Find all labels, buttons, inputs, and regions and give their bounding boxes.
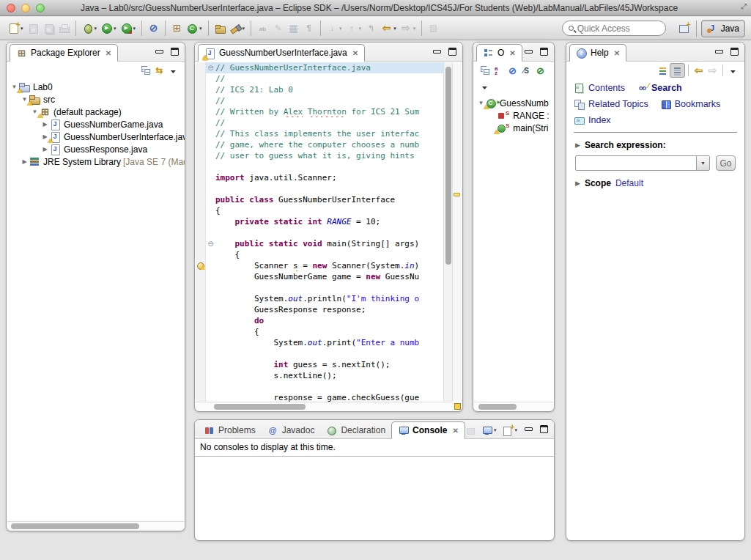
- tab-problems[interactable]: Problems: [198, 421, 262, 439]
- show-categories-button[interactable]: [656, 63, 670, 78]
- code-line[interactable]: //: [196, 117, 452, 128]
- show-descriptions-button[interactable]: [670, 63, 685, 78]
- code-line[interactable]: [196, 348, 452, 359]
- sort-button[interactable]: [492, 63, 506, 78]
- tree-item[interactable]: ▶GuessResponse.java: [7, 143, 185, 155]
- maximize-view-icon[interactable]: [540, 425, 548, 433]
- code-line[interactable]: ⊖// GuessNumberUserInterface.java: [196, 62, 452, 73]
- forward-button[interactable]: [706, 63, 719, 78]
- horizontal-scrollbar[interactable]: [7, 521, 184, 530]
- code-line[interactable]: GuessNumberGame game = new GuessNu: [196, 271, 452, 282]
- code-line[interactable]: // game, where the computer chooses a nu…: [196, 139, 452, 150]
- tree-item[interactable]: ▼(default package): [7, 106, 185, 118]
- horizontal-scrollbar[interactable]: [474, 402, 553, 410]
- code-editor[interactable]: ⊖// GuessNumberUserInterface.java//// IC…: [196, 62, 452, 402]
- chevron-right-icon[interactable]: ▶: [575, 141, 580, 149]
- format-button[interactable]: [270, 20, 286, 37]
- quick-access-box[interactable]: [562, 21, 666, 36]
- help-link-search[interactable]: Search: [637, 82, 682, 93]
- java-perspective-button[interactable]: Java: [701, 20, 745, 37]
- view-menu-button[interactable]: [726, 63, 740, 78]
- open-perspective-button[interactable]: [676, 20, 692, 37]
- save-all-button[interactable]: [41, 20, 56, 37]
- dropdown-caret-icon[interactable]: ▾: [393, 26, 396, 32]
- tree-item[interactable]: ▼Lab0: [7, 81, 185, 93]
- run-button[interactable]: ▾: [99, 20, 119, 37]
- print-button[interactable]: [56, 20, 72, 37]
- help-link-index[interactable]: Index: [574, 114, 611, 125]
- dropdown-caret-icon[interactable]: ▾: [359, 26, 362, 32]
- tab-javadoc[interactable]: Javadoc: [262, 421, 321, 439]
- code-line[interactable]: [196, 161, 452, 172]
- hide-non-public-button[interactable]: [533, 63, 547, 78]
- dropdown-caret-icon[interactable]: ▾: [21, 26, 23, 32]
- run-external-button[interactable]: ▾: [119, 20, 138, 37]
- warning-marker-icon[interactable]: [454, 193, 460, 196]
- new-wizard-button[interactable]: ▾: [6, 20, 26, 37]
- code-line[interactable]: Scanner s = new Scanner(System.in): [196, 260, 452, 271]
- expander-closed-icon[interactable]: ▶: [40, 146, 50, 152]
- combo-dropdown-icon[interactable]: ▼: [696, 156, 709, 170]
- help-link-contents[interactable]: Contents: [574, 82, 625, 93]
- close-window-button[interactable]: [7, 4, 15, 12]
- dropdown-caret-icon[interactable]: ▾: [133, 26, 136, 32]
- tab-console[interactable]: Console✕: [391, 421, 465, 439]
- resize-icon[interactable]: ⤢: [741, 2, 747, 11]
- externalize-strings-button[interactable]: [255, 20, 270, 37]
- show-whitespace-button[interactable]: [301, 20, 317, 37]
- previous-annotation-button[interactable]: ▾: [344, 20, 364, 37]
- tab-help[interactable]: Help ✕: [569, 44, 626, 62]
- open-element-button[interactable]: [212, 20, 228, 37]
- dropdown-caret-icon[interactable]: ▾: [339, 26, 342, 32]
- hide-static-button[interactable]: [519, 63, 533, 78]
- code-line[interactable]: [196, 183, 452, 194]
- code-line[interactable]: import java.util.Scanner;: [196, 172, 452, 183]
- maximize-view-icon[interactable]: [730, 48, 739, 56]
- close-icon[interactable]: ✕: [106, 49, 111, 57]
- new-class-button[interactable]: ▾: [185, 20, 204, 37]
- fold-collapse-icon[interactable]: ⊖: [206, 238, 215, 249]
- dropdown-caret-icon[interactable]: ▾: [413, 26, 416, 32]
- expander-closed-icon[interactable]: ▶: [40, 121, 50, 128]
- go-button[interactable]: Go: [716, 155, 736, 171]
- scrollbar-thumb[interactable]: [11, 523, 139, 529]
- zoom-window-button[interactable]: [36, 4, 45, 12]
- view-menu-button[interactable]: [478, 79, 492, 94]
- search-button[interactable]: ▾: [228, 20, 248, 37]
- code-line[interactable]: {: [196, 326, 452, 337]
- tree-item[interactable]: ▶JRE System Library[Java SE 7 (Mac: [7, 155, 185, 168]
- hide-fields-button[interactable]: [506, 63, 519, 78]
- minimize-view-icon[interactable]: [525, 427, 533, 431]
- dropdown-caret-icon[interactable]: ▾: [95, 26, 97, 32]
- close-icon[interactable]: ✕: [452, 427, 458, 435]
- code-line[interactable]: public class GuessNumberUserInterface: [196, 194, 452, 205]
- search-expression-input[interactable]: [576, 156, 696, 170]
- tab-editor-file[interactable]: GuessNumberUserInterface.java ✕: [198, 44, 365, 62]
- code-line[interactable]: response = game.checkGuess(gue: [196, 392, 452, 402]
- minimize-view-icon[interactable]: [433, 50, 441, 54]
- maximize-view-icon[interactable]: [448, 48, 456, 56]
- save-button[interactable]: [26, 20, 41, 37]
- minimize-window-button[interactable]: [21, 4, 30, 12]
- tab-outline[interactable]: O ✕: [476, 44, 522, 62]
- display-console-button[interactable]: ▾: [480, 423, 498, 438]
- horizontal-scrollbar[interactable]: [196, 402, 452, 410]
- code-line[interactable]: // user to guess what it is, giving hint…: [196, 150, 452, 161]
- code-line[interactable]: {: [196, 205, 452, 216]
- code-line[interactable]: //: [196, 73, 452, 84]
- code-line[interactable]: {: [196, 249, 452, 260]
- scope-value-link[interactable]: Default: [615, 178, 643, 188]
- vertical-scrollbar[interactable]: [443, 62, 452, 402]
- close-icon[interactable]: ✕: [614, 49, 620, 57]
- maximize-view-icon[interactable]: [171, 48, 179, 56]
- minimize-view-icon[interactable]: [525, 50, 533, 54]
- code-line[interactable]: // Written by Alex Thornton for ICS 21 S…: [196, 106, 452, 117]
- quickfix-warning-icon[interactable]: [196, 260, 206, 271]
- link-with-editor-view-button[interactable]: [152, 63, 166, 78]
- code-line[interactable]: GuessResponse response;: [196, 304, 452, 315]
- tree-item[interactable]: ▶GuessNumberGame.java: [7, 118, 185, 130]
- pin-console-button[interactable]: [463, 423, 477, 438]
- fold-collapse-icon[interactable]: ⊖: [206, 62, 215, 73]
- chevron-right-icon[interactable]: ▶: [575, 180, 580, 187]
- code-line[interactable]: s.nextLine();: [196, 370, 452, 381]
